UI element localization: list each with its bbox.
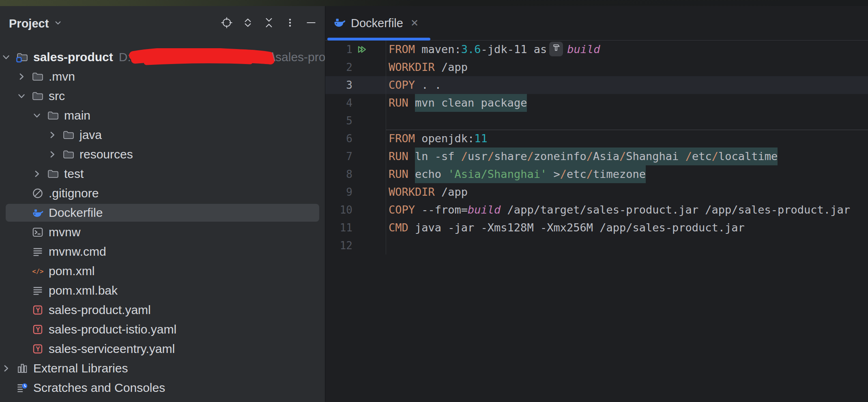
tree-item-resources[interactable]: resources <box>0 145 325 164</box>
code-token: build <box>468 203 501 216</box>
tree-item-main[interactable]: main <box>0 106 325 125</box>
gutter-padding <box>372 41 386 58</box>
code-line-12[interactable]: 12 <box>325 237 868 254</box>
code-line-7[interactable]: 7RUN ln -sf /usr/share/zoneinfo/Asia/Sha… <box>325 148 868 165</box>
code-line-5[interactable]: 5 <box>325 112 868 130</box>
chevron-down-icon[interactable] <box>0 47 12 67</box>
code-token: ln -sf <box>415 150 461 163</box>
code-line-8[interactable]: 8RUN echo 'Asia/Shanghai' >/etc/timezone <box>325 165 868 183</box>
chevron-right-icon[interactable] <box>15 67 28 86</box>
code-line-4[interactable]: 4RUN mvn clean package <box>325 94 868 112</box>
code-line-2[interactable]: 2WORKDIR /app <box>325 58 868 76</box>
docker-icon <box>333 16 346 30</box>
tab-dockerfile[interactable]: Dockerfile ✕ <box>327 6 428 40</box>
tree-item-sales-serviceentry-yaml[interactable]: Ysales-serviceentry.yaml <box>0 339 325 359</box>
code-token: / <box>461 150 468 163</box>
close-icon[interactable]: ✕ <box>410 17 419 29</box>
chevron-spacer <box>15 300 28 320</box>
folder-icon <box>46 164 60 184</box>
gutter-padding <box>372 76 386 94</box>
collapse-all-button[interactable] <box>262 16 276 31</box>
code-token: zoneinfo <box>534 150 587 163</box>
folder-icon <box>31 67 45 86</box>
code-token: RUN <box>389 96 408 109</box>
code-token: -jdk-11 as <box>481 43 547 56</box>
tree-item-mvnw-cmd[interactable]: mvnw.cmd <box>0 242 325 261</box>
tree-item-gitignore[interactable]: .gitignore <box>0 184 325 203</box>
gutter-slot <box>352 165 372 183</box>
scratches-icon <box>15 378 29 398</box>
tree-item-test[interactable]: test <box>0 164 325 184</box>
code-token: WORKDIR <box>389 186 435 198</box>
svg-text:</>: </> <box>32 268 43 275</box>
code-line-3[interactable]: 3COPY . . <box>325 76 868 94</box>
chevron-spacer <box>15 203 28 222</box>
project-path: D:\sales-produ <box>119 48 325 66</box>
code-token: 'Asia/Shanghai' <box>448 168 547 180</box>
project-view-selector[interactable]: Project <box>0 17 63 30</box>
code-token: java -jar -Xms128M -Xmx256M /app/sales-p… <box>408 221 745 234</box>
chevron-right-icon[interactable] <box>46 145 58 164</box>
line-number: 6 <box>325 130 352 148</box>
more-options-button[interactable] <box>283 16 297 31</box>
code-text: FROM maven:3.6-jdk-11 asbuild <box>386 41 868 58</box>
hide-panel-button[interactable] <box>304 16 318 31</box>
gutter-slot <box>352 112 372 130</box>
expand-all-button[interactable] <box>241 16 255 31</box>
chevron-down-icon[interactable] <box>15 86 28 106</box>
tree-item-pom-xml-bak[interactable]: pom.xml.bak <box>0 281 325 300</box>
tree-item-sales-product-istio-yaml[interactable]: Ysales-product-istio.yaml <box>0 320 325 339</box>
code-line-6[interactable]: 6FROM openjdk:11 <box>325 130 868 148</box>
code-token: / <box>527 150 533 163</box>
code-token: / <box>587 168 593 180</box>
tree-item-src[interactable]: src <box>0 86 325 106</box>
code-token <box>408 168 415 180</box>
code-text <box>386 112 868 130</box>
code-editor[interactable]: 1FROM maven:3.6-jdk-11 asbuild2WORKDIR /… <box>325 41 868 402</box>
kebab-icon <box>284 17 296 30</box>
tree-item-sales-product-yaml[interactable]: Ysales-product.yaml <box>0 300 325 320</box>
code-token <box>408 96 415 109</box>
tree-item-label: .gitignore <box>49 186 99 200</box>
text-icon <box>31 281 45 300</box>
code-token <box>408 150 415 163</box>
folder-icon <box>31 86 45 106</box>
tree-item-mvnw[interactable]: mvnw <box>0 222 325 242</box>
code-token: echo <box>415 168 448 180</box>
locate-opened-file-button[interactable] <box>219 16 234 31</box>
tree-item-sales-product[interactable]: sales-productD:\sales-produ <box>0 47 325 67</box>
code-line-9[interactable]: 9WORKDIR /app <box>325 183 868 201</box>
gutter-slot <box>352 94 372 112</box>
code-token: etc <box>692 150 712 163</box>
project-panel-toolbar <box>219 6 318 41</box>
tree-item-mvn[interactable]: .mvn <box>0 67 325 86</box>
injected-shell-fragment: mvn clean package <box>415 94 527 112</box>
project-tree: sales-productD:\sales-produ.mvnsrcmainja… <box>0 44 325 402</box>
panel-title-label: Project <box>9 17 49 30</box>
line-number: 9 <box>325 183 352 201</box>
tree-item-external-libraries[interactable]: External Libraries <box>0 359 325 378</box>
code-token: / <box>712 150 718 163</box>
tree-item-label: resources <box>79 148 133 161</box>
chevron-right-icon[interactable] <box>31 164 43 184</box>
build-stage-inlay <box>549 42 563 56</box>
chevron-right-icon[interactable] <box>0 359 12 378</box>
chevron-down-icon[interactable] <box>31 106 43 125</box>
chevron-spacer <box>15 222 28 242</box>
code-line-10[interactable]: 10COPY --from=build /app/target/sales-pr… <box>325 201 868 219</box>
code-line-1[interactable]: 1FROM maven:3.6-jdk-11 asbuild <box>325 41 868 58</box>
run-build-icon[interactable] <box>352 41 372 58</box>
tree-item-scratches-and-consoles[interactable]: Scratches and Consoles <box>0 378 325 398</box>
code-token: WORKDIR <box>389 61 435 73</box>
chevron-spacer <box>15 339 28 359</box>
code-token: /app <box>435 61 468 73</box>
code-line-11[interactable]: 11CMD java -jar -Xms128M -Xmx256M /app/s… <box>325 219 868 237</box>
tree-item-dockerfile[interactable]: Dockerfile <box>0 203 325 222</box>
project-root-icon <box>15 47 29 67</box>
svg-text:Y: Y <box>36 346 40 353</box>
tree-item-java[interactable]: java <box>0 125 325 145</box>
tree-item-pom-xml[interactable]: </>pom.xml <box>0 261 325 281</box>
code-token: /app/target/sales-product.jar /app/sales… <box>501 203 850 216</box>
chevron-right-icon[interactable] <box>46 125 58 145</box>
gutter-padding <box>372 201 386 219</box>
